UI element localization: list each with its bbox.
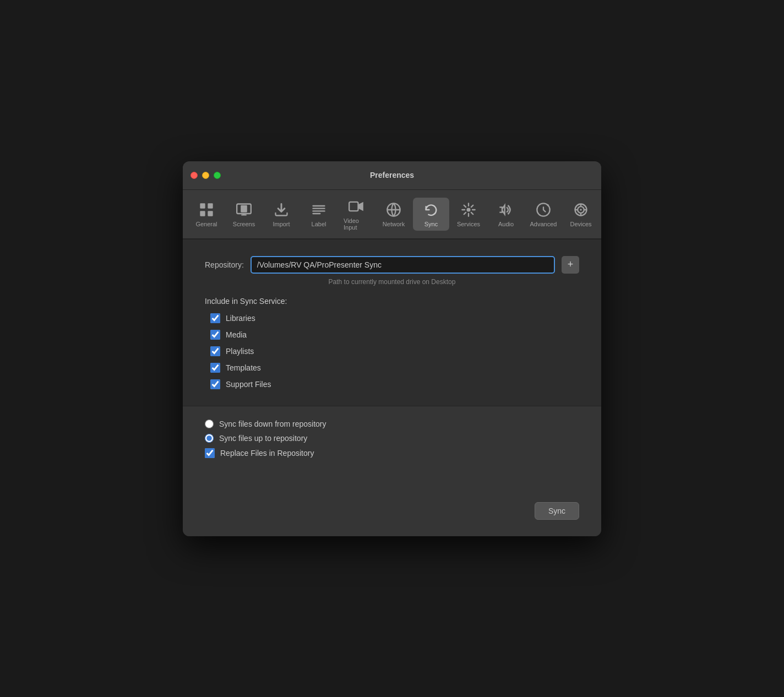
tab-services-label: Services	[457, 221, 480, 227]
sync-checkboxes: Libraries Media Playlists Templates Supp	[205, 313, 579, 389]
svg-rect-0	[200, 203, 205, 208]
replace-files-checkbox[interactable]	[205, 448, 215, 458]
advanced-icon	[535, 201, 552, 219]
templates-label: Templates	[226, 363, 261, 372]
sync-button[interactable]: Sync	[535, 502, 579, 520]
svg-point-17	[547, 204, 549, 206]
svg-rect-2	[208, 203, 213, 208]
svg-rect-1	[200, 211, 205, 216]
svg-point-20	[580, 209, 582, 211]
radio-sync-down[interactable]: Sync files down from repository	[205, 420, 579, 428]
checkbox-replace-files[interactable]: Replace Files in Repository	[205, 448, 579, 458]
support-files-checkbox[interactable]	[210, 379, 220, 389]
repository-label: Repository:	[205, 260, 244, 269]
tab-devices-label: Devices	[570, 221, 591, 227]
tab-videoinput-label: Video Input	[344, 217, 369, 231]
import-icon	[273, 201, 290, 219]
content-area: Repository: + Path to currently mounted …	[183, 239, 601, 536]
svg-marker-13	[358, 202, 363, 210]
sync-down-radio[interactable]	[205, 420, 214, 428]
checkbox-templates[interactable]: Templates	[210, 363, 579, 373]
media-label: Media	[226, 330, 247, 339]
general-icon	[198, 201, 215, 219]
add-repository-button[interactable]: +	[562, 256, 579, 274]
sync-direction-group: Sync files down from repository Sync fil…	[205, 420, 579, 458]
sync-icon	[422, 201, 440, 219]
tab-services[interactable]: Services	[450, 198, 487, 231]
replace-files-label: Replace Files in Repository	[220, 449, 314, 458]
support-files-label: Support Files	[226, 380, 271, 389]
minimize-button[interactable]	[202, 172, 209, 179]
toolbar: General Screens Import Label	[183, 190, 601, 239]
playlists-checkbox[interactable]	[210, 346, 220, 356]
radio-sync-up[interactable]: Sync files up to repository	[205, 434, 579, 443]
playlists-label: Playlists	[226, 347, 254, 356]
repository-row: Repository: +	[205, 256, 579, 274]
tab-network[interactable]: Network	[375, 198, 412, 231]
repository-hint: Path to currently mounted drive on Deskt…	[205, 278, 579, 286]
repository-input[interactable]	[251, 256, 555, 274]
videoinput-icon	[347, 198, 365, 215]
label-icon	[310, 201, 328, 219]
tab-import-label: Import	[273, 221, 290, 227]
tab-sync[interactable]: Sync	[413, 198, 449, 231]
services-icon	[460, 201, 477, 219]
libraries-checkbox[interactable]	[210, 313, 220, 323]
media-checkbox[interactable]	[210, 330, 220, 340]
close-button[interactable]	[190, 172, 198, 179]
tab-screens[interactable]: Screens	[226, 198, 262, 231]
section-top: Repository: + Path to currently mounted …	[183, 239, 601, 406]
tab-advanced[interactable]: Advanced	[525, 198, 562, 231]
maximize-button[interactable]	[214, 172, 221, 179]
include-label: Include in Sync Service:	[205, 297, 579, 306]
checkbox-playlists[interactable]: Playlists	[210, 346, 579, 356]
tab-general[interactable]: General	[188, 198, 225, 231]
tab-label[interactable]: Label	[301, 198, 337, 231]
tab-screens-label: Screens	[233, 221, 255, 227]
svg-rect-12	[349, 202, 358, 210]
tab-label-label: Label	[312, 221, 326, 227]
tab-import[interactable]: Import	[263, 198, 300, 231]
sync-up-radio[interactable]	[205, 434, 214, 443]
network-icon	[385, 201, 402, 219]
devices-icon	[572, 201, 590, 219]
sync-up-label: Sync files up to repository	[219, 434, 307, 443]
tab-audio-label: Audio	[498, 221, 514, 227]
checkbox-support-files[interactable]: Support Files	[210, 379, 579, 389]
libraries-label: Libraries	[226, 314, 255, 323]
svg-rect-5	[241, 205, 247, 212]
tab-advanced-label: Advanced	[530, 221, 557, 227]
tab-sync-label: Sync	[424, 221, 438, 227]
checkbox-media[interactable]: Media	[210, 330, 579, 340]
screens-icon	[235, 201, 253, 219]
tab-network-label: Network	[383, 221, 405, 227]
svg-rect-3	[208, 211, 213, 216]
svg-point-16	[467, 208, 471, 211]
sync-down-label: Sync files down from repository	[219, 420, 326, 428]
checkbox-libraries[interactable]: Libraries	[210, 313, 579, 323]
sync-button-row: Sync	[205, 502, 579, 520]
section-bottom: Sync files down from repository Sync fil…	[183, 406, 601, 536]
templates-checkbox[interactable]	[210, 363, 220, 373]
tab-general-label: General	[195, 221, 217, 227]
tab-videoinput[interactable]: Video Input	[338, 194, 374, 234]
audio-icon	[497, 201, 515, 219]
preferences-window: Preferences General Screens Import	[183, 161, 601, 536]
tab-audio[interactable]: Audio	[488, 198, 524, 231]
window-title: Preferences	[370, 171, 414, 179]
title-bar: Preferences	[183, 161, 601, 190]
traffic-lights	[190, 172, 221, 179]
tab-devices[interactable]: Devices	[563, 198, 599, 231]
